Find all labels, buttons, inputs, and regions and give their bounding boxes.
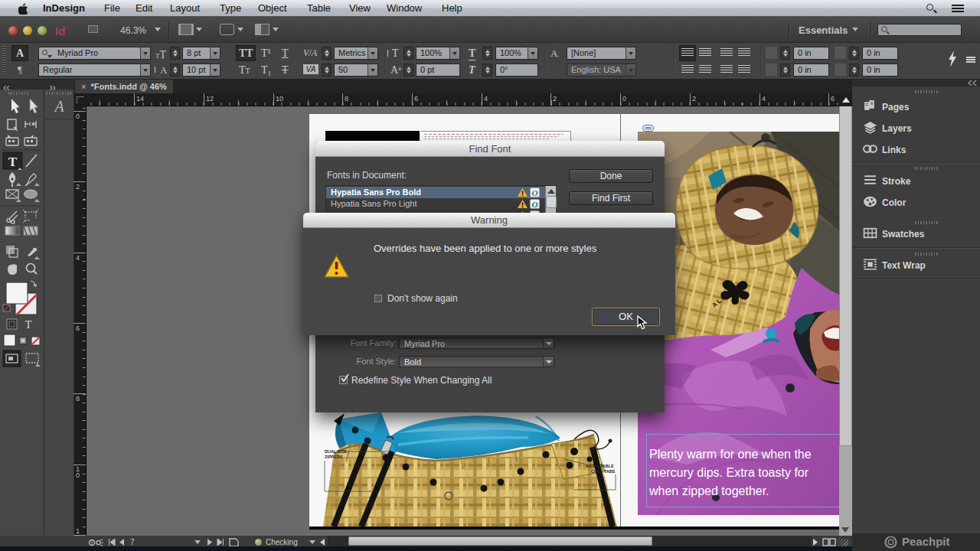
svg-text:T: T [8,155,18,169]
svg-text:ADJUSTABLE: ADJUSTABLE [586,464,614,468]
svg-text:T: T [25,319,32,331]
svg-text:ZIPPERS: ZIPPERS [325,455,343,459]
svg-text:COZY TABS: COZY TABS [591,469,616,474]
